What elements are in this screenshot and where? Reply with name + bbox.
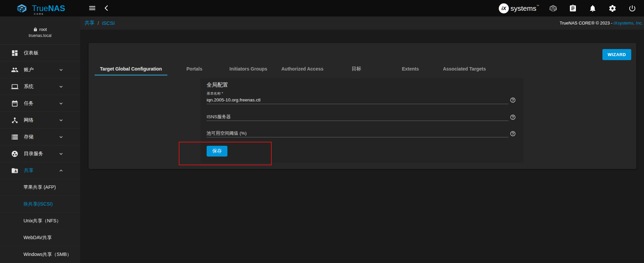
help-icon[interactable] xyxy=(510,114,516,120)
settings-button[interactable] xyxy=(607,3,618,14)
base-name-label: 基本名称 * xyxy=(207,91,223,96)
sidebar-subitem-afp[interactable]: 苹果共享 (AFP) xyxy=(0,179,80,196)
device-hub-icon xyxy=(11,117,18,124)
bell-icon xyxy=(589,4,597,12)
hostname: truenas.local xyxy=(29,33,51,38)
base-name-field-wrap xyxy=(207,96,508,104)
main-content: WIZARD Target Global Configuration Porta… xyxy=(80,30,644,263)
help-icon[interactable] xyxy=(510,131,516,137)
sidebar-item-label: 任务 xyxy=(24,100,34,106)
chevron-down-icon xyxy=(58,84,64,90)
save-button[interactable]: 保存 xyxy=(207,146,227,157)
tab-target-global-configuration[interactable]: Target Global Configuration xyxy=(95,62,167,76)
truenas-app: TrueNAS CORE iX systems™ xyxy=(0,0,644,263)
ixsystems-logo[interactable]: iX systems™ xyxy=(499,3,539,13)
wizard-button[interactable]: WIZARD xyxy=(602,49,631,60)
tab-authorized-access[interactable]: Authorized Access xyxy=(275,62,329,76)
chevron-left-icon xyxy=(103,5,110,11)
chevron-down-icon xyxy=(58,151,64,157)
breadcrumb-separator: / xyxy=(98,20,99,26)
sidebar-subitem-smb[interactable]: Windows共享（SMB） xyxy=(0,246,80,263)
sidebar-user-block: root truenas.local xyxy=(0,16,80,45)
sidebar-item-accounts[interactable]: 账户 xyxy=(0,61,80,78)
sidebar-item-label: 账户 xyxy=(24,67,34,73)
ixsystems-link[interactable]: iXsystems, Inc. xyxy=(614,20,643,26)
pool-threshold-field-wrap xyxy=(207,129,508,137)
sidebar-item-label: 存储 xyxy=(24,134,34,140)
truenas-core-label: CORE xyxy=(34,13,44,15)
top-bar-actions: iX systems™ xyxy=(499,0,638,16)
tab-extents[interactable]: Extents xyxy=(383,62,437,76)
chevron-down-icon xyxy=(58,134,64,140)
sidebar-item-dashboard[interactable]: 仪表板 xyxy=(0,45,80,61)
truenas-logo[interactable]: TrueNAS CORE xyxy=(17,3,27,13)
logged-in-user: root xyxy=(33,27,47,32)
sidebar-item-label: 共享 xyxy=(24,167,34,174)
sidebar-subitem-nfs[interactable]: Unix共享（NFS） xyxy=(0,213,80,229)
truecommand-icon xyxy=(549,4,557,12)
breadcrumb-sharing-link[interactable]: 共享 xyxy=(85,20,95,26)
base-name-input[interactable] xyxy=(207,96,508,104)
calendar-icon xyxy=(11,100,18,107)
sidebar-item-directory-services[interactable]: 目录服务 xyxy=(0,145,80,162)
gear-icon xyxy=(608,4,616,12)
collapse-sidenav-button[interactable] xyxy=(101,2,112,14)
iscsi-card: WIZARD Target Global Configuration Porta… xyxy=(89,43,636,169)
global-configuration-form: 全局配置 基本名称 * xyxy=(201,78,524,163)
ixsystems-logo-mark: iX xyxy=(499,3,509,13)
dashboard-icon xyxy=(11,49,18,57)
iscsi-tabs: Target Global Configuration Portals Init… xyxy=(95,62,491,76)
task-manager-button[interactable] xyxy=(567,3,579,14)
sidebar-item-sharing[interactable]: 共享 xyxy=(0,162,80,179)
lock-icon xyxy=(33,27,38,32)
copyright-text: TrueNAS CORE® © 2023 - iXsystems, Inc. xyxy=(560,20,643,26)
people-icon xyxy=(11,66,18,74)
sidebar-subitem-webdav[interactable]: WebDAV共享 xyxy=(0,229,80,246)
sidebar-item-label: 网络 xyxy=(24,117,34,123)
sidebar: root truenas.local 仪表板 账户 系统 任务 网络 xyxy=(0,16,80,263)
notifications-button[interactable] xyxy=(587,3,598,14)
chevron-down-icon xyxy=(58,117,64,123)
sidebar-item-label: 目录服务 xyxy=(24,150,43,157)
pool-threshold-input[interactable] xyxy=(207,129,508,137)
clipboard-icon xyxy=(569,4,577,12)
folder-shared-icon xyxy=(11,167,18,174)
isns-servers-field-wrap xyxy=(207,113,508,121)
tab-associated-targets[interactable]: Associated Targets xyxy=(437,62,491,76)
truenas-logo-icon xyxy=(17,3,27,13)
breadcrumb-iscsi-link[interactable]: iSCSI xyxy=(102,20,115,26)
isns-servers-input[interactable] xyxy=(207,113,508,121)
menu-icon xyxy=(88,4,96,12)
sidebar-item-label: 系统 xyxy=(24,83,34,90)
sidebar-item-storage[interactable]: 存储 xyxy=(0,129,80,145)
sidebar-item-network[interactable]: 网络 xyxy=(0,112,80,129)
truecommand-button[interactable] xyxy=(547,3,559,14)
sidebar-item-tasks[interactable]: 任务 xyxy=(0,95,80,112)
chevron-down-icon xyxy=(58,100,64,106)
breadcrumb: 共享 / iSCSI xyxy=(85,20,115,26)
top-bar: TrueNAS CORE iX systems™ xyxy=(0,0,644,16)
tab-portals[interactable]: Portals xyxy=(167,62,221,76)
power-button[interactable] xyxy=(627,3,638,14)
tab-initiators-groups[interactable]: Initiators Groups xyxy=(221,62,275,76)
form-title: 全局配置 xyxy=(207,82,228,89)
storage-icon xyxy=(11,133,18,141)
sidebar-item-label: 仪表板 xyxy=(24,50,39,56)
chevron-down-icon xyxy=(58,67,64,73)
menu-button[interactable] xyxy=(87,2,98,14)
group-work-icon xyxy=(11,150,18,158)
chevron-up-icon xyxy=(58,168,64,174)
help-icon[interactable] xyxy=(510,97,516,103)
truenas-wordmark: TrueNAS xyxy=(32,4,65,13)
computer-icon xyxy=(11,83,18,90)
breadcrumb-bar: 共享 / iSCSI TrueNAS CORE® © 2023 - iXsyst… xyxy=(80,16,644,30)
power-icon xyxy=(628,4,636,12)
sidebar-item-system[interactable]: 系统 xyxy=(0,78,80,95)
tab-targets[interactable]: 目标 xyxy=(329,62,383,76)
ixsystems-logo-word: systems™ xyxy=(511,4,539,12)
sidebar-subitem-iscsi[interactable]: 块共享(iSCSI) xyxy=(0,196,80,213)
